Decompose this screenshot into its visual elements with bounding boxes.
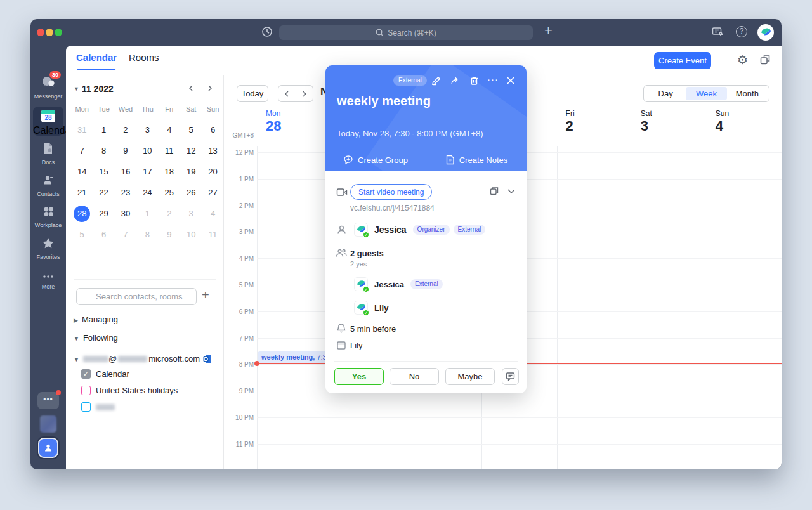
more-apps-tile[interactable]: ••• [37,392,59,409]
tab-rooms[interactable]: Rooms [129,52,159,63]
user-avatar[interactable] [757,24,774,41]
mini-calendar-day[interactable]: 5 [71,224,93,245]
close-window-button[interactable] [37,29,44,36]
event-chip[interactable]: weekly meeting, 7:3 [258,351,330,363]
section-following[interactable]: ▼Following [74,333,118,343]
settings-gear-icon[interactable]: ⚙ [737,53,748,67]
mini-calendar-day[interactable]: 6 [93,224,114,245]
global-search-bar[interactable]: Search (⌘+K) [279,25,533,40]
mini-calendar-day[interactable]: 4 [202,203,223,224]
linked-account-row[interactable]: ▼ @ microsoft.com [74,354,212,363]
popout-window-icon[interactable] [759,54,771,66]
close-icon[interactable] [506,75,516,86]
zoom-window-button[interactable] [55,29,62,36]
mini-calendar-day[interactable]: 12 [180,140,202,161]
mini-calendar-day[interactable]: 13 [202,140,223,161]
mini-calendar-day[interactable]: 1 [93,119,114,140]
chevron-down-icon[interactable] [507,188,516,194]
guests-count[interactable]: 2 guests [350,249,384,258]
mini-calendar-day[interactable]: 24 [136,182,158,203]
rsvp-maybe-button[interactable]: Maybe [445,368,495,385]
sidebar-item-favorites[interactable]: Favorites [30,237,66,260]
copy-icon[interactable] [489,186,499,196]
mini-calendar-day[interactable]: 22 [93,182,114,203]
mini-calendar-day[interactable]: 17 [136,161,158,182]
mini-calendar-day[interactable]: 3 [180,203,202,224]
mini-calendar-day[interactable]: 18 [159,161,180,182]
next-week-icon[interactable] [296,86,313,101]
reminder-text[interactable]: 5 min before [350,324,396,334]
start-video-meeting-button[interactable]: Start video meeting [350,184,432,200]
checkbox-unchecked[interactable] [81,386,91,395]
mini-calendar-day[interactable]: 8 [136,224,158,245]
mini-calendar-day[interactable]: 21 [71,182,93,203]
mini-calendar-day[interactable]: 31 [71,119,93,140]
help-icon[interactable]: ? [736,26,747,37]
checkbox-unchecked[interactable] [81,402,91,412]
sidebar-item-calendar[interactable]: 28Calendar [33,107,63,136]
redacted-app-icon[interactable] [40,415,56,433]
mini-calendar-day[interactable]: 23 [115,182,136,203]
action-create-notes[interactable]: Create Notes [426,155,527,165]
sidebar-item-docs[interactable]: Docs [30,142,66,166]
calendar-owner[interactable]: Lily [350,341,363,350]
mini-calendar-day[interactable]: 2 [115,119,136,140]
mini-calendar-day[interactable]: 9 [159,224,180,245]
mini-calendar-day[interactable]: 19 [180,161,202,182]
mini-calendar-day[interactable]: 8 [93,140,114,161]
mini-calendar-day[interactable]: 11 [159,140,180,161]
checkbox-checked[interactable]: ✓ [81,369,91,379]
minimize-window-button[interactable] [46,29,53,36]
rsvp-note-button[interactable] [502,368,519,385]
today-button[interactable]: Today [237,85,268,102]
sidebar-item-more[interactable]: More [30,270,66,290]
mini-calendar-day[interactable]: 9 [115,140,136,161]
create-event-button[interactable]: Create Event [654,52,711,69]
rsvp-yes-button[interactable]: Yes [334,368,384,385]
mini-calendar-day[interactable]: 30 [115,203,136,224]
mini-calendar-day[interactable]: 16 [115,161,136,182]
notification-settings-icon[interactable] [711,25,724,38]
rsvp-no-button[interactable]: No [390,368,439,385]
calendar-toggle-row[interactable]: United States holidays [81,386,178,395]
calendar-toggle-row[interactable] [81,402,115,412]
contacts-search-input[interactable] [76,288,197,305]
sidebar-item-messenger[interactable]: 30Messenger [30,75,66,100]
share-icon[interactable] [450,75,461,86]
mini-calendar-day[interactable]: 27 [202,182,223,203]
meeting-link[interactable]: vc.feishu.cn/j/415471884 [350,204,435,213]
history-icon[interactable] [261,25,273,38]
mini-calendar-day[interactable]: 28 [71,203,93,224]
profile-tile[interactable] [38,438,58,458]
mini-calendar-day[interactable]: 7 [115,224,136,245]
sidebar-item-contacts[interactable]: Contacts [30,174,66,197]
mini-calendar-next-icon[interactable] [206,84,214,93]
mini-calendar-day[interactable]: 10 [136,140,158,161]
mini-calendar-day[interactable]: 2 [159,203,180,224]
section-managing[interactable]: ▶Managing [74,315,118,324]
add-calendar-button[interactable]: + [202,288,209,303]
mini-calendar-day[interactable]: 4 [159,119,180,140]
action-create-group[interactable]: Create Group [325,155,426,165]
mini-calendar-day[interactable]: 15 [93,161,114,182]
calendar-toggle-row[interactable]: ✓Calendar [81,369,129,379]
mini-calendar-day[interactable]: 1 [136,203,158,224]
mini-calendar-day[interactable]: 25 [159,182,180,203]
delete-icon[interactable] [469,75,480,86]
mini-calendar-day[interactable]: 29 [93,203,114,224]
edit-icon[interactable] [431,75,442,86]
view-day[interactable]: Day [645,87,686,100]
mini-calendar-title[interactable]: ▼11 2022 [74,84,114,94]
view-month[interactable]: Month [727,87,768,100]
tab-calendar[interactable]: Calendar [76,52,117,63]
view-week[interactable]: Week [686,87,726,100]
mini-calendar-prev-icon[interactable] [187,84,195,93]
new-tab-button[interactable]: + [544,22,553,39]
more-icon[interactable]: ··· [487,74,498,84]
mini-calendar-day[interactable]: 10 [180,224,202,245]
sidebar-item-workplace[interactable]: Workplace [30,206,66,228]
mini-calendar-day[interactable]: 14 [71,161,93,182]
mini-calendar-day[interactable]: 5 [180,119,202,140]
mini-calendar-day[interactable]: 7 [71,140,93,161]
mini-calendar-day[interactable]: 26 [180,182,202,203]
